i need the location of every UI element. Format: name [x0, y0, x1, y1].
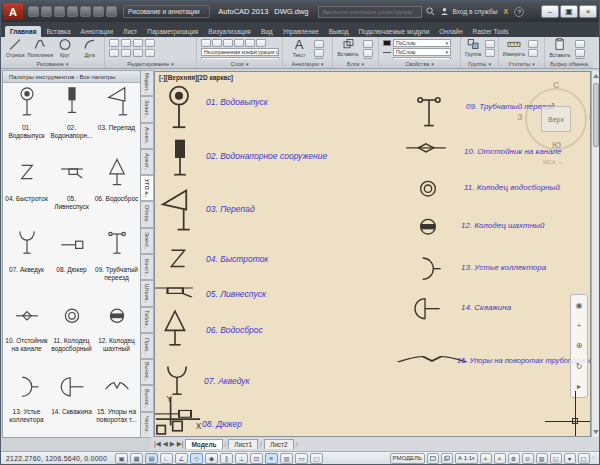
dynamic-ucs-toggle[interactable]: ⊥ — [235, 453, 248, 464]
quick-properties-toggle[interactable]: ▭ — [295, 453, 308, 464]
toolbar-lock-icon[interactable]: ⊙ — [522, 453, 534, 464]
palette-item-kolodets-vodosborny[interactable]: 11. Колодец водосборный — [49, 299, 94, 370]
isolate-objects-icon[interactable]: ◱ — [550, 453, 562, 464]
annotation-visibility-icon[interactable]: ▲ — [480, 453, 492, 464]
lineweight-toggle[interactable]: ≡ — [265, 453, 278, 464]
palette-item-dyuker[interactable]: 08. Дюкер — [49, 228, 94, 299]
palette-item-vodonapornoe[interactable]: 02. Водонапорн... — [49, 86, 94, 157]
workspace-dropdown[interactable]: Рисование и аннотации ▾ — [123, 5, 210, 18]
maximize-button[interactable]: ▣ — [560, 5, 578, 18]
drawing-canvas[interactable]: [-][Верхняя][2D каркас] 01. Водовыпуск 0… — [154, 71, 591, 437]
layer-match-tool[interactable] — [256, 39, 266, 47]
circle-tool[interactable]: Круг — [53, 38, 77, 58]
scrollbar-thumb[interactable] — [593, 83, 599, 147]
hardware-acceleration-icon[interactable]: ▥ — [536, 453, 548, 464]
orbit-icon[interactable]: ↻ — [576, 362, 583, 371]
tab-layout[interactable]: Лист — [118, 26, 142, 37]
create-block-tool[interactable] — [363, 49, 373, 57]
selection-cycling-toggle[interactable]: ▢ — [310, 453, 323, 464]
exchange-apps-icon[interactable]: X — [500, 6, 511, 17]
palette-item-bystrotok[interactable]: 04. Быстроток — [4, 157, 49, 228]
tab-manage[interactable]: Управление — [278, 26, 324, 37]
last-layout-button[interactable]: ▶| — [177, 440, 184, 448]
layer-isolate-tool[interactable] — [223, 39, 233, 47]
mirror-tool[interactable] — [121, 49, 131, 57]
id-point-tool[interactable] — [528, 49, 538, 57]
panel-title-utilities[interactable]: Утилиты▾ — [499, 59, 544, 68]
palette-item-upory[interactable]: 15. Упоры на поворотах т... — [94, 370, 139, 441]
panel-title-modify[interactable]: Редактирование▾ — [105, 59, 196, 68]
tab-online[interactable]: Онлайн — [434, 26, 467, 37]
otrack-toggle[interactable]: ∥ — [220, 453, 233, 464]
pan-icon[interactable]: + — [577, 321, 582, 330]
close-button[interactable]: × — [579, 5, 597, 18]
minimize-button[interactable]: – — [541, 5, 559, 18]
layer-config-dropdown[interactable]: Несохраненная конфигурация сло...▾ — [201, 48, 279, 56]
palette-tab[interactable]: Конст.. — [141, 254, 154, 280]
tab-layout2[interactable]: Лист2 — [264, 439, 294, 449]
statusbar-grip[interactable]: ∴ — [592, 454, 596, 462]
user-icon[interactable] — [439, 6, 450, 17]
saveas-button[interactable] — [67, 6, 78, 17]
palette-item-ustye[interactable]: 13. Устье коллектора — [4, 370, 49, 441]
save-button[interactable] — [54, 6, 65, 17]
annotation-scale-button[interactable]: А 1:1▾ — [455, 453, 478, 464]
palette-tab[interactable]: Вынос.. — [141, 359, 154, 385]
redo-button[interactable] — [106, 6, 117, 17]
workspace-switching-icon[interactable]: ⚙ — [508, 453, 520, 464]
measure-tool[interactable]: Измерить — [502, 38, 526, 57]
panel-title-annotation[interactable]: Аннотации▾ — [283, 59, 332, 68]
tab-insert[interactable]: Вставка — [41, 26, 75, 37]
group-tool[interactable]: Группа — [463, 38, 483, 57]
autoscale-icon[interactable]: ▲ — [494, 453, 506, 464]
model-space-button[interactable]: РМОДЕЛЬ — [390, 453, 425, 464]
palette-header[interactable]: Палитры инструментов - Все палитры — [3, 71, 140, 83]
vertical-scrollbar[interactable] — [591, 71, 599, 437]
viewport-label[interactable]: [-][Верхняя][2D каркас] — [159, 74, 233, 81]
quick-view-layouts-button[interactable] — [427, 453, 439, 464]
tab-output[interactable]: Вывод — [324, 26, 354, 37]
layer-properties-tool[interactable] — [201, 39, 211, 47]
palette-item-perepad[interactable]: 03. Перепад — [94, 86, 139, 157]
erase-tool[interactable] — [145, 39, 155, 47]
quick-select-tool[interactable] — [528, 40, 538, 48]
palette-tab-active[interactable]: УГО н.. — [141, 175, 154, 201]
copy-clip-tool[interactable] — [575, 49, 585, 57]
quick-view-drawings-button[interactable] — [441, 453, 453, 464]
palette-item-vodosbros[interactable]: 06. Водосброс — [94, 157, 139, 228]
palette-item-skvazhina[interactable]: 14. Скважина — [49, 370, 94, 441]
rotate-tool[interactable] — [121, 39, 131, 47]
tab-plugins[interactable]: Подключаемые модули — [353, 26, 434, 37]
tab-layout1[interactable]: Лист1 — [228, 439, 258, 449]
scroll-up-arrow[interactable] — [593, 74, 599, 78]
signin-button[interactable]: Вход в службы — [452, 8, 497, 15]
arc-tool[interactable]: Дуга — [78, 38, 102, 58]
search-input[interactable] — [318, 6, 422, 18]
viewcube-top-face[interactable]: Верх — [541, 106, 571, 132]
ortho-toggle[interactable]: ∟ — [160, 453, 173, 464]
palette-tab[interactable]: Завис.. — [141, 96, 154, 122]
palette-item-kolodets-shakhtny[interactable]: 12. Колодец шахтный — [94, 299, 139, 370]
next-layout-button[interactable]: ▶ — [170, 440, 175, 448]
palette-tab[interactable]: Вынос.. — [141, 385, 154, 411]
palette-tab[interactable]: Прив.. — [141, 333, 154, 359]
wcs-dropdown[interactable]: МСК ⌄ — [543, 158, 563, 165]
3d-osnap-toggle[interactable]: ◆ — [205, 453, 218, 464]
open-button[interactable] — [41, 6, 52, 17]
palette-item-trubchaty[interactable]: 09. Трубчатый переезд — [94, 228, 139, 299]
palette-item-akveduk[interactable]: 07. Акведук — [4, 228, 49, 299]
scroll-down-arrow[interactable] — [593, 430, 599, 434]
dimension-tool[interactable] — [314, 40, 324, 48]
tab-visualize[interactable]: Визуализация — [203, 26, 256, 37]
explode-tool[interactable] — [145, 49, 155, 57]
snap-toggle[interactable]: ▦ — [130, 453, 143, 464]
fillet-tool[interactable] — [133, 49, 143, 57]
viewcube-south[interactable]: Ю — [552, 140, 561, 150]
group-edit-tool[interactable] — [485, 49, 495, 57]
palette-item-vodovypusk[interactable]: 01. Водовыпуск — [4, 86, 49, 157]
first-layout-button[interactable]: |◀ — [154, 440, 161, 448]
palette-tab[interactable]: Табли.. — [141, 307, 154, 333]
dynamic-input-toggle[interactable]: ⊡ — [250, 453, 263, 464]
palette-tab[interactable]: Элект.. — [141, 228, 154, 254]
polar-toggle[interactable]: ∠ — [175, 453, 188, 464]
